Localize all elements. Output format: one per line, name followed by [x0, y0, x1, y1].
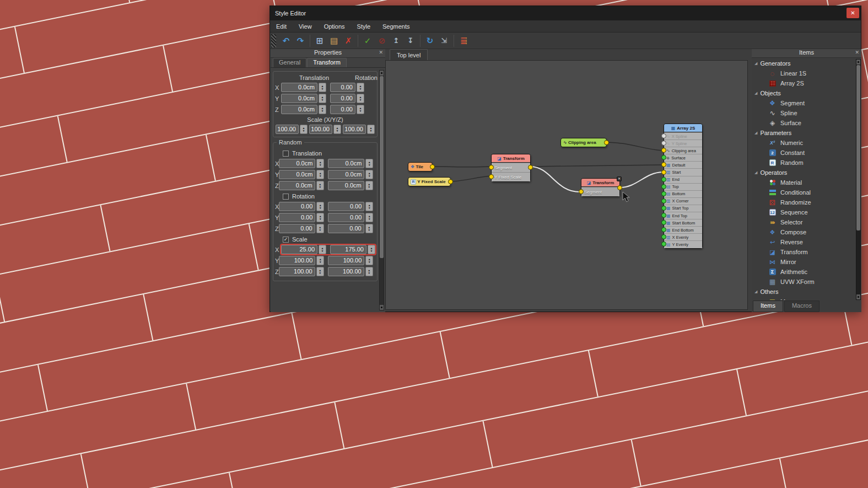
- random-scale-z-min[interactable]: 100.00: [279, 267, 315, 276]
- array-input-x-corner[interactable]: ▥X Corner: [664, 197, 702, 205]
- random-translation-y-min[interactable]: 0.0cm: [279, 170, 315, 179]
- tree-item-random[interactable]: RRandom: [752, 158, 855, 168]
- input-port[interactable]: [661, 227, 666, 232]
- rotation-y-spinner[interactable]: ▲▼: [357, 94, 364, 103]
- library-icon[interactable]: ≣: [457, 34, 470, 47]
- input-port[interactable]: [661, 141, 666, 146]
- array-input-end-top[interactable]: ▦End Top: [664, 212, 702, 219]
- menu-view[interactable]: View: [293, 20, 318, 32]
- translation-y-field[interactable]: 0.0cm: [281, 94, 317, 103]
- refresh-icon[interactable]: ↻: [423, 34, 436, 47]
- rotation-y-field[interactable]: 0.00: [330, 94, 355, 103]
- tree-group-objects[interactable]: ◢Objects: [752, 88, 855, 98]
- tab-general[interactable]: General: [273, 58, 306, 67]
- window-titlebar[interactable]: Style Editor ✕: [270, 6, 861, 20]
- tab-macros[interactable]: Macros: [784, 301, 820, 312]
- array-input-surface[interactable]: ◈Surface: [664, 154, 702, 161]
- spinner[interactable]: ▲▼: [368, 245, 375, 254]
- paste-icon[interactable]: ▤: [327, 34, 341, 47]
- scale-x-field[interactable]: 100.00: [276, 125, 299, 134]
- tree-group-others[interactable]: ◢Others: [752, 287, 855, 297]
- tab-transform[interactable]: Transform: [307, 58, 347, 67]
- random-translation-z-min[interactable]: 0.0cm: [279, 181, 315, 190]
- tree-item-linear-1s[interactable]: ◌Linear 1S: [752, 68, 855, 78]
- tree-item-spline[interactable]: ∿Spline: [752, 108, 855, 118]
- menu-options[interactable]: Options: [318, 20, 351, 32]
- tree-group-parameters[interactable]: ◢Parameters: [752, 128, 855, 138]
- input-port[interactable]: [661, 199, 666, 203]
- input-port[interactable]: [661, 170, 666, 175]
- window-close-button[interactable]: ✕: [847, 8, 859, 18]
- input-port[interactable]: [661, 133, 666, 138]
- input-port[interactable]: [661, 242, 666, 246]
- node-array-2s[interactable]: ▦ Array 2S ∿X Spline ∿Y Spline ∿Clipping…: [664, 124, 703, 249]
- spinner[interactable]: ▲▼: [316, 256, 324, 265]
- spinner[interactable]: ▲▼: [316, 181, 324, 190]
- random-rotation-z-max[interactable]: 0.00: [328, 224, 364, 233]
- output-port[interactable]: [448, 179, 453, 184]
- tree-item-conditional[interactable]: Conditional: [752, 187, 855, 197]
- array-input-x-evenly[interactable]: ▥X Evenly: [664, 233, 702, 240]
- spinner[interactable]: ▲▼: [365, 159, 373, 168]
- random-translation-y-max[interactable]: 0.0cm: [328, 170, 364, 179]
- delete-icon[interactable]: ✗: [342, 34, 355, 47]
- spinner[interactable]: ▲▼: [365, 213, 373, 222]
- random-translation-checkbox[interactable]: [283, 151, 289, 157]
- random-scale-x-max[interactable]: 175.00: [330, 245, 366, 254]
- tree-item-reverse[interactable]: ↩Reverse: [752, 237, 855, 247]
- translation-z-field[interactable]: 0.0cm: [281, 105, 317, 114]
- input-port[interactable]: [661, 177, 666, 182]
- random-rotation-y-min[interactable]: 0.00: [279, 213, 315, 222]
- spinner[interactable]: ▲▼: [365, 267, 373, 276]
- tree-item-mirror[interactable]: ⋈Mirror: [752, 257, 855, 267]
- undo-icon[interactable]: ↶: [279, 34, 293, 47]
- rotation-z-field[interactable]: 0.00: [330, 105, 355, 114]
- array-input-default[interactable]: ▦Default: [664, 161, 702, 168]
- random-scale-checkbox[interactable]: [283, 237, 289, 243]
- tab-top-level[interactable]: Top level: [390, 49, 428, 60]
- input-port[interactable]: [661, 148, 666, 153]
- tree-item-arithmetic[interactable]: ΣArithmetic: [752, 267, 855, 277]
- array-input-start-bottom[interactable]: ▦Start Bottom: [664, 219, 702, 226]
- random-rotation-x-min[interactable]: 0.00: [279, 202, 315, 211]
- array-input-y-evenly[interactable]: ▤Y Evenly: [664, 240, 702, 248]
- spinner[interactable]: ▲▼: [319, 245, 326, 254]
- tree-item-transform[interactable]: ◪Transform: [752, 247, 855, 257]
- node-canvas[interactable]: ❖ Tile R Y Fixed Scale ◪ Transform Segme…: [385, 60, 748, 310]
- discard-icon[interactable]: ⊘: [375, 34, 389, 47]
- output-port[interactable]: [604, 140, 609, 145]
- spinner[interactable]: ▲▼: [365, 202, 373, 211]
- scale-y-spinner[interactable]: ▲▼: [333, 125, 341, 134]
- properties-close-icon[interactable]: ✕: [379, 50, 383, 55]
- rotation-z-spinner[interactable]: ▲▼: [357, 105, 364, 114]
- tree-item-array-2s[interactable]: Array 2S: [752, 78, 855, 88]
- tree-item-numeric[interactable]: X²Numeric: [752, 138, 855, 148]
- tree-item-randomize[interactable]: ⚄Randomize: [752, 197, 855, 207]
- array-input-top[interactable]: ▤Top: [664, 183, 702, 190]
- spinner[interactable]: ▲▼: [316, 267, 324, 276]
- copy-icon[interactable]: ⊞: [313, 34, 326, 47]
- menu-style[interactable]: Style: [351, 20, 376, 32]
- tree-item-selector[interactable]: ⇛Selector: [752, 217, 855, 227]
- node-transform-1[interactable]: ◪ Transform Segment Y Fixed Scale: [491, 154, 531, 182]
- export-icon[interactable]: ⇲: [438, 34, 451, 47]
- translation-x-spinner[interactable]: ▲▼: [319, 83, 326, 92]
- rotation-x-spinner[interactable]: ▲▼: [357, 83, 364, 92]
- input-port[interactable]: [661, 184, 666, 189]
- spinner[interactable]: ▲▼: [365, 224, 373, 233]
- redo-icon[interactable]: ↷: [294, 34, 307, 47]
- node-tile[interactable]: ❖ Tile: [408, 162, 433, 171]
- output-port[interactable]: [617, 185, 622, 190]
- menu-segments[interactable]: Segments: [376, 20, 416, 32]
- translation-z-spinner[interactable]: ▲▼: [319, 105, 326, 114]
- collapse-top-icon[interactable]: ↥: [390, 34, 403, 47]
- input-port[interactable]: [661, 234, 666, 239]
- input-port[interactable]: [661, 162, 666, 167]
- random-rotation-x-max[interactable]: 0.00: [328, 202, 364, 211]
- random-scale-x-min[interactable]: 25.00: [281, 245, 317, 254]
- input-row-segment[interactable]: Segment: [492, 163, 530, 172]
- spinner[interactable]: ▲▼: [316, 159, 324, 168]
- scale-x-spinner[interactable]: ▲▼: [300, 125, 308, 134]
- input-port[interactable]: [489, 165, 494, 170]
- output-port[interactable]: [528, 165, 533, 170]
